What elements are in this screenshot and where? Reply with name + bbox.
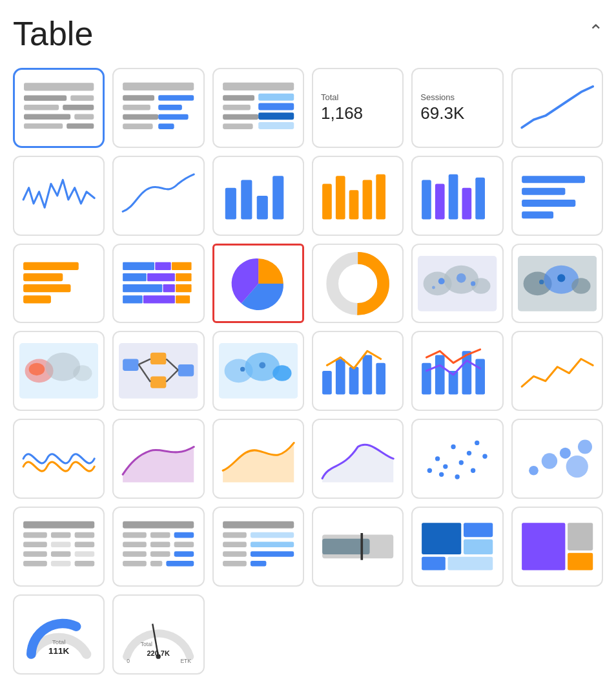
svg-point-64 [343, 269, 373, 299]
svg-rect-142 [123, 542, 147, 548]
svg-rect-170 [568, 553, 593, 571]
svg-rect-146 [150, 551, 170, 557]
chart-type-treemap-blue[interactable] [411, 507, 503, 587]
svg-rect-169 [568, 523, 593, 550]
svg-rect-45 [23, 262, 79, 270]
chart-type-table-blue[interactable] [112, 507, 204, 587]
svg-rect-12 [123, 105, 150, 110]
chart-type-smooth-line[interactable] [112, 156, 204, 236]
svg-rect-23 [223, 114, 258, 120]
svg-rect-38 [449, 174, 458, 220]
chart-type-area-orange[interactable] [212, 419, 304, 499]
chart-type-scorecard-total[interactable]: Total 1,168 [312, 68, 404, 148]
svg-point-68 [472, 278, 491, 293]
chart-type-geo-light[interactable] [411, 244, 503, 324]
scorecard-label: Total [321, 92, 338, 102]
chart-type-donut-orange[interactable] [312, 244, 404, 324]
chart-type-table-heatmap[interactable] [212, 68, 304, 148]
svg-point-109 [427, 468, 432, 473]
svg-rect-136 [51, 561, 71, 567]
svg-point-77 [557, 274, 565, 282]
svg-rect-154 [223, 542, 247, 548]
svg-point-110 [435, 456, 440, 461]
chart-type-line-trend[interactable] [511, 68, 603, 148]
svg-rect-59 [143, 295, 175, 303]
chart-type-hbar-text[interactable] [511, 156, 603, 236]
svg-rect-48 [23, 295, 51, 303]
svg-text:111K: 111K [48, 646, 69, 656]
svg-point-83 [29, 363, 45, 376]
svg-rect-141 [174, 532, 194, 538]
chart-type-sparkline-wavy[interactable] [13, 156, 105, 236]
chart-type-area-blue-purple[interactable] [312, 419, 404, 499]
chart-type-table[interactable] [13, 68, 105, 148]
sessions-value: 69.3K [420, 103, 464, 123]
chart-type-table-simple[interactable] [13, 507, 105, 587]
chart-type-bar-orange[interactable] [312, 156, 404, 236]
svg-rect-60 [176, 295, 190, 303]
svg-rect-58 [123, 295, 143, 303]
chart-type-geo-heat[interactable] [13, 331, 105, 411]
svg-rect-31 [322, 183, 332, 219]
svg-text:0: 0 [127, 658, 130, 664]
svg-rect-105 [435, 355, 445, 395]
svg-point-70 [457, 273, 466, 283]
svg-rect-27 [225, 188, 236, 220]
svg-rect-33 [349, 190, 359, 219]
svg-rect-102 [362, 355, 372, 395]
svg-rect-163 [422, 523, 461, 554]
chart-type-flow[interactable] [112, 331, 204, 411]
svg-rect-86 [150, 353, 166, 364]
svg-rect-42 [522, 188, 565, 195]
chart-type-bar-multicolor[interactable] [411, 156, 503, 236]
chart-type-bar-blue[interactable] [212, 156, 304, 236]
svg-rect-25 [223, 124, 252, 130]
svg-rect-16 [123, 124, 152, 130]
scorecard-value: 1,168 [321, 103, 363, 123]
svg-rect-137 [75, 561, 95, 567]
svg-rect-35 [376, 174, 385, 220]
svg-rect-99 [322, 371, 332, 395]
svg-rect-7 [24, 123, 63, 129]
svg-rect-49 [123, 262, 154, 270]
svg-rect-166 [422, 557, 446, 571]
chart-type-area-purple[interactable] [112, 419, 204, 499]
svg-rect-41 [522, 176, 585, 183]
chart-type-grid: Total 1,168 Sessions 69.3K [13, 68, 603, 674]
svg-rect-13 [158, 105, 182, 110]
svg-rect-145 [123, 551, 147, 557]
chart-type-gauge-220k[interactable]: 0 ETK Total 220.7K [112, 594, 204, 675]
svg-point-121 [541, 454, 557, 469]
svg-rect-103 [376, 363, 385, 395]
chart-type-geo-dark[interactable] [511, 244, 603, 324]
svg-rect-46 [23, 273, 63, 281]
svg-rect-4 [63, 105, 94, 110]
svg-rect-15 [158, 114, 188, 120]
chart-type-table-blue-heatmap[interactable] [212, 507, 304, 587]
chart-type-treemap-orange[interactable] [511, 507, 603, 587]
chart-type-combo-bar-line[interactable] [312, 331, 404, 411]
chart-type-scorecard-sessions[interactable]: Sessions 69.3K [411, 68, 503, 148]
chart-type-hbar-orange[interactable] [13, 244, 105, 324]
chart-type-scatter-small[interactable] [411, 419, 503, 499]
chart-type-gauge-111k[interactable]: Total 111K [13, 594, 105, 675]
svg-point-114 [467, 451, 471, 456]
svg-rect-56 [163, 284, 175, 292]
svg-rect-17 [158, 124, 174, 130]
svg-rect-108 [476, 359, 486, 395]
chart-type-pie[interactable] [212, 244, 304, 324]
chart-type-bubble[interactable] [511, 419, 603, 499]
chart-type-hbar-stacked[interactable] [112, 244, 204, 324]
chart-type-bullet[interactable] [312, 507, 404, 587]
svg-rect-150 [167, 561, 194, 567]
collapse-button[interactable]: ⌃ [588, 16, 603, 42]
chart-type-multiline-orange-purple[interactable] [411, 331, 503, 411]
chart-type-table-bar[interactable] [112, 68, 204, 148]
svg-rect-149 [150, 561, 162, 567]
svg-text:Total: Total [141, 641, 152, 647]
svg-point-117 [439, 472, 444, 477]
chart-type-line-orange[interactable] [511, 331, 603, 411]
svg-rect-29 [256, 196, 267, 220]
chart-type-dual-sinusoidal[interactable] [13, 419, 105, 499]
chart-type-geo-color[interactable] [212, 331, 304, 411]
